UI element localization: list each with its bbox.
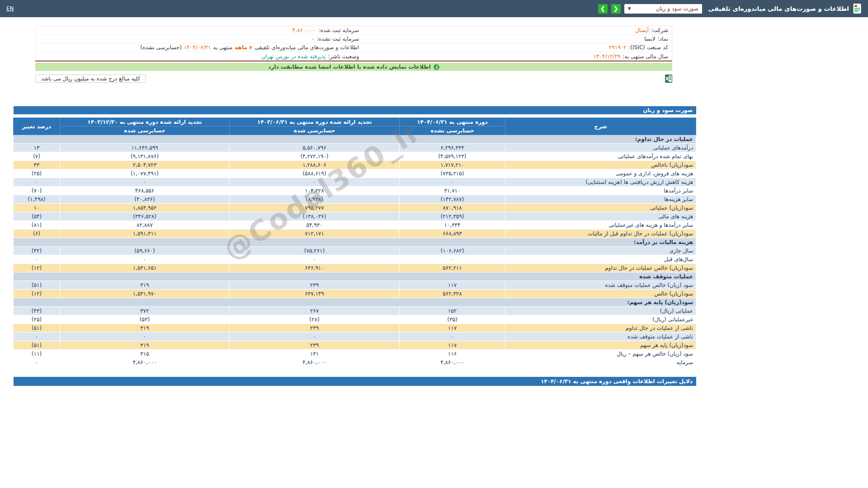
- change-percent-value: ۰: [14, 358, 60, 367]
- period-value: ۰: [230, 333, 400, 341]
- svg-text:X: X: [665, 76, 669, 81]
- period-value: ۶,۲۹۶,۳۳۳: [400, 144, 505, 152]
- period-value: ۲۳۹: [230, 341, 400, 350]
- change-percent-value: (۷): [14, 152, 60, 161]
- nav-next-button[interactable]: ❯: [598, 4, 608, 14]
- change-percent-value: (۱,۴۹۸): [14, 195, 60, 204]
- change-percent-value: (۲۵): [14, 169, 60, 178]
- col-change-header: درصد تغییر: [14, 118, 60, 135]
- col-period-current-subheader: حسابرسی نشده: [400, 127, 505, 135]
- change-percent-value: (۱۲): [14, 290, 60, 298]
- table-row: بهای تمام شده درآمدهای عملیاتی(۴,۵۷۹,۱۲۳…: [14, 152, 696, 161]
- row-label: غیرعملیاتی (ریال): [505, 315, 696, 324]
- signed-data-notice-text: اطلاعات نمایش داده شده با اطلاعات امضا ش…: [268, 64, 431, 70]
- period-value: ۵۶۲,۲۱۱: [400, 264, 505, 272]
- period-value: ۱۵۲: [400, 307, 505, 315]
- period-value: ۳۱۹: [60, 281, 230, 290]
- change-percent-value: (۲۵): [14, 315, 60, 324]
- period-value: (۱,۰۷۷,۴۹۱): [60, 169, 230, 178]
- row-label: سود(زیان) خالص: [505, 290, 696, 298]
- period-value: (۱۳۸,۰۳۶): [230, 212, 400, 221]
- issuer-status-value: پذیرفته شده در بورس تهران: [261, 53, 326, 60]
- col-period-prev-header: تجدید ارائه شده دوره منتهی به ۱۴۰۳/۰۶/۳۱: [230, 118, 400, 127]
- change-percent-value: (۴۳): [14, 307, 60, 315]
- period-value: ۵۴,۹۳۰: [230, 221, 400, 230]
- table-row: سود (زیان) خالص عملیات متوقف شده۱۱۷۲۳۹۳۱…: [14, 281, 696, 290]
- change-percent-value: ۰: [14, 255, 60, 264]
- excel-export-icon[interactable]: X: [665, 75, 672, 83]
- row-label: سود (زیان) خالص عملیات متوقف شده: [505, 281, 696, 290]
- company-name-value[interactable]: آپسال: [635, 27, 649, 33]
- symbol-label: نماد:: [658, 36, 668, 42]
- symbol-value: لابسا: [644, 36, 656, 42]
- period-value: ۴۶۸,۵۵۶: [60, 187, 230, 195]
- period-value: ۱,۵۳۱,۹۷۰: [60, 290, 230, 298]
- income-statement-table: شرح دوره منتهی به ۱۴۰۴/۰۶/۳۱ تجدید ارائه…: [13, 117, 696, 367]
- report-line-prefix: اطلاعات و صورت‌های مالی میاندوره‌ای تلفی…: [255, 44, 359, 51]
- row-label: سود (زیان) خالص هر سهم – ریال: [505, 350, 696, 358]
- table-row: ناشی از عملیات در حال تداوم۱۱۷۲۳۹۳۱۹(۵۱): [14, 324, 696, 333]
- row-label: ناشی از عملیات متوقف شده: [505, 333, 696, 341]
- table-row: سود(زیان) عملیاتی۸۷۰,۹۱۸۷۹۵,۲۷۷۱,۸۵۴,۹۵۲…: [14, 204, 696, 212]
- row-label: سایر هزینه‌ها: [505, 195, 696, 204]
- row-label: سود(زیان) عملیاتی: [505, 204, 696, 212]
- company-info-section: شرکت: آپسال سرمایه ثبت شده: ۴,۸۶۰,۰۰۰ نم…: [35, 26, 672, 83]
- change-percent-value: (۵۱): [14, 324, 60, 333]
- table-row: هزینه های مالی(۲۱۲,۳۵۹)(۱۳۸,۰۳۶)(۳۴۶,۵۲۸…: [14, 212, 696, 221]
- table-row: غیرعملیاتی (ریال)(۳۵)(۲۸)(۵۳)(۲۵): [14, 315, 696, 324]
- nav-prev-button[interactable]: ❮: [611, 4, 621, 14]
- language-en-link[interactable]: EN: [6, 5, 14, 12]
- company-label: شرکت:: [651, 27, 668, 33]
- income-statement-title-bar: صورت سود و زیان: [14, 106, 696, 114]
- period-value: ۰: [400, 255, 505, 264]
- row-label: سایر درآمدها: [505, 187, 696, 195]
- row-label: ناشی از عملیات در حال تداوم: [505, 324, 696, 333]
- table-header-row: شرح دوره منتهی به ۱۴۰۴/۰۶/۳۱ تجدید ارائه…: [14, 118, 696, 127]
- period-value: ۰: [230, 255, 400, 264]
- issuer-status-label: وضعیت ناشر:: [328, 53, 359, 60]
- period-value: ۳۱۹: [60, 324, 230, 333]
- million-rial-note: کلیه مبالغ درج شده به میلیون ریال می باش…: [35, 75, 146, 83]
- period-value: ۰: [400, 178, 505, 187]
- section-label: سود(زیان) پایه هر سهم:: [14, 298, 696, 307]
- period-value: (۷۵,۲۶۱): [230, 247, 400, 255]
- period-value: ۳۱۵: [60, 350, 230, 358]
- page-title: اطلاعات و صورت‌های مالی میاندوره‌ای تلفی…: [708, 5, 849, 12]
- col-period-prev-subheader: حسابرسی شده: [230, 127, 400, 135]
- company-info-row: سال مالی منتهی به: ۱۴۰۴/۱۲/۲۹ وضعیت ناشر…: [36, 52, 672, 61]
- period-value: (۲۱۲,۳۵۹): [400, 212, 505, 221]
- isic-value: ۲۹۱۹۰۲: [609, 44, 627, 51]
- section-label: عملیات متوقف شده: [14, 272, 696, 281]
- unregistered-capital-value: ۰: [311, 36, 314, 42]
- statement-type-select[interactable]: صورت سود و زیان ▼: [624, 4, 702, 14]
- statement-select-value: صورت سود و زیان: [656, 5, 698, 12]
- change-percent-value: (۸۱): [14, 221, 60, 230]
- table-row: سود(زیان) عملیات در حال تداوم قبل از مال…: [14, 230, 696, 238]
- change-percent-value: ۳۳: [14, 161, 60, 169]
- period-value: ۶۳۶,۹۱۰: [230, 264, 400, 272]
- chevron-down-icon: ▼: [628, 6, 631, 11]
- table-row: هزینه های فروش، اداری و عمومی(۷۳۵,۲۱۵)(۵…: [14, 169, 696, 178]
- table-row: سود(زیان) ناخالص۱,۷۱۷,۲۱۰۱,۲۸۸,۶۰۶۲,۵۰۴,…: [14, 161, 696, 169]
- period-value: ۶۶۸,۸۹۳: [400, 230, 505, 238]
- red-divider: [35, 61, 672, 61]
- period-value: ۱۱,۶۳۶,۵۹۹: [60, 144, 230, 152]
- registered-capital-value: ۴,۸۶۰,۰۰۰: [292, 27, 316, 33]
- section-row: سود(زیان) پایه هر سهم:: [14, 298, 696, 307]
- period-value: ۷۱۲,۱۷۱: [230, 230, 400, 238]
- change-percent-value: (۵۴): [14, 212, 60, 221]
- table-row: ناشی از عملیات متوقف شده۰۰۰۰: [14, 333, 696, 341]
- period-value: (۵۳): [60, 315, 230, 324]
- section-row: هزینه مالیات بر درآمد:: [14, 238, 696, 247]
- change-percent-value: (۷۰): [14, 187, 60, 195]
- section-row: عملیات متوقف شده: [14, 272, 696, 281]
- signed-data-notice: i اطلاعات نمایش داده شده با اطلاعات امضا…: [35, 63, 672, 71]
- period-value: ۵۶۲,۳۲۸: [400, 290, 505, 298]
- change-percent-value: ۱۳: [14, 144, 60, 152]
- info-icon: i: [434, 64, 439, 70]
- period-value: ۱,۲۸۸,۶۰۶: [230, 161, 400, 169]
- period-value: ۱۳۱: [230, 350, 400, 358]
- period-value: ۱۰۴,۲۲۸: [230, 187, 400, 195]
- period-value: ۳۷۲: [60, 307, 230, 315]
- period-value: ۲,۵۰۴,۷۲۳: [60, 161, 230, 169]
